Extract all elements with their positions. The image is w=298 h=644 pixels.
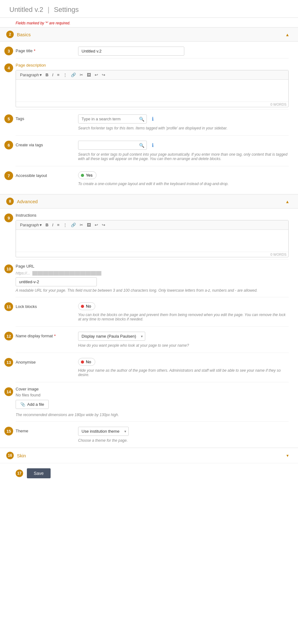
description-editor-body[interactable] bbox=[16, 80, 288, 102]
lock-blocks-dot bbox=[81, 305, 84, 308]
tags-field-content: 🔍 ℹ Search for/enter tags for this item.… bbox=[78, 114, 289, 133]
lock-blocks-toggle-label: No bbox=[86, 304, 91, 309]
cover-image-help: The recommended dimensions are 180px wid… bbox=[16, 411, 289, 420]
section-basics-header[interactable]: 2 Basics ▴ bbox=[0, 27, 298, 42]
toolbar-code-btn[interactable]: ✂ bbox=[78, 72, 85, 78]
page-url-label: Page URL bbox=[16, 264, 289, 269]
page-title-field-content bbox=[78, 47, 289, 56]
tags-search-input[interactable] bbox=[78, 114, 147, 123]
instructions-toolbar-select-chevron: ▾ bbox=[40, 223, 42, 227]
toolbar-bold-btn[interactable]: B bbox=[44, 72, 50, 78]
instructions-toolbar-ol[interactable]: ⋮ bbox=[62, 222, 69, 228]
title-separator: | bbox=[48, 6, 50, 13]
section-advanced-header[interactable]: 8 Advanced ▴ bbox=[0, 194, 298, 209]
step-badge-14: 14 bbox=[4, 387, 13, 396]
instructions-toolbar-bold[interactable]: B bbox=[44, 222, 50, 228]
instructions-toolbar-link[interactable]: 🔗 bbox=[69, 222, 77, 228]
cover-image-no-files: No files found bbox=[16, 393, 289, 397]
anonymise-help: Hide your name as the author of the page… bbox=[78, 367, 289, 380]
save-button[interactable]: Save bbox=[27, 468, 51, 478]
step-badge-9: 9 bbox=[4, 214, 13, 222]
instructions-toolbar-style-select[interactable]: Paragraph ▾ bbox=[18, 222, 43, 228]
toolbar-style-select[interactable]: Paragraph ▾ bbox=[18, 72, 43, 78]
description-toolbar: Paragraph ▾ B I ≡ ⋮ 🔗 ✂ 🖼 ↩ ↪ bbox=[16, 70, 288, 80]
instructions-toolbar-image[interactable]: 🖼 bbox=[85, 222, 92, 228]
field-block-cover-image: 14 Cover image No files found 📎 Add a fi… bbox=[16, 382, 289, 422]
tags-info-icon[interactable]: ℹ bbox=[152, 116, 154, 122]
toolbar-italic-btn[interactable]: I bbox=[51, 72, 55, 78]
page-description-label: Page description bbox=[16, 63, 289, 68]
instructions-toolbar-redo[interactable]: ↪ bbox=[100, 222, 107, 228]
field-row-name-display: 12 Name display format * Display name (P… bbox=[16, 327, 289, 353]
theme-label: Theme bbox=[16, 427, 78, 433]
toolbar-link-btn[interactable]: 🔗 bbox=[69, 72, 77, 78]
create-via-tags-label: Create via tags bbox=[16, 141, 78, 147]
tags-search-icon: 🔍 bbox=[139, 117, 144, 122]
tags-label: Tags bbox=[16, 114, 78, 121]
lock-blocks-toggle[interactable]: No bbox=[78, 302, 95, 310]
field-row-tags: 5 Tags 🔍 ℹ Search for/enter tags for thi… bbox=[16, 109, 289, 136]
page-url-help: A readable URL for your page. This field… bbox=[16, 287, 289, 295]
create-via-tags-search-wrap: 🔍 bbox=[78, 141, 147, 150]
toolbar-undo-btn[interactable]: ↩ bbox=[93, 72, 100, 78]
accessible-layout-toggle[interactable]: Yes bbox=[78, 171, 97, 179]
accessible-layout-help: To create a one-column page layout and e… bbox=[78, 180, 289, 189]
field-row-create-via-tags: 6 Create via tags 🔍 ℹ Search for or ente… bbox=[16, 136, 289, 166]
skin-header[interactable]: 16 Skin ▾ bbox=[0, 448, 298, 463]
page-title-text: Untitled v.2 bbox=[9, 6, 43, 13]
instructions-toolbar-paragraph-label: Paragraph bbox=[20, 223, 39, 227]
page-title-input[interactable] bbox=[78, 47, 184, 56]
page-header: Untitled v.2 | Settings bbox=[0, 0, 298, 18]
section-basics-left: 2 Basics bbox=[6, 31, 31, 38]
toolbar-ol-btn[interactable]: ⋮ bbox=[62, 72, 69, 78]
theme-content: Use institution theme Default Dark ▾ Cho… bbox=[78, 427, 289, 445]
add-file-label: Add a file bbox=[27, 402, 44, 407]
field-row-theme: 15 Theme Use institution theme Default D… bbox=[16, 422, 289, 448]
toolbar-ul-btn[interactable]: ≡ bbox=[56, 72, 61, 78]
theme-select-wrap: Use institution theme Default Dark ▾ bbox=[78, 427, 129, 436]
step-badge-8: 8 bbox=[6, 198, 14, 205]
instructions-editor-body[interactable] bbox=[16, 230, 288, 252]
page-url-prefix-display: https://... ██████████████████████████ bbox=[16, 271, 289, 275]
create-via-tags-content: 🔍 ℹ Search for or enter tags to pull con… bbox=[78, 141, 289, 164]
name-display-select[interactable]: Display name (Paula Paulsen) First name … bbox=[78, 332, 145, 341]
step-badge-3: 3 bbox=[4, 47, 13, 55]
step-badge-5: 5 bbox=[4, 114, 13, 123]
step-badge-6: 6 bbox=[4, 141, 13, 149]
create-via-tags-input[interactable] bbox=[78, 141, 147, 150]
anonymise-content: No Hide your name as the author of the p… bbox=[78, 358, 289, 380]
field-block-instructions: 9 Instructions Paragraph ▾ B I ≡ ⋮ 🔗 ✂ 🖼 bbox=[16, 209, 289, 259]
instructions-label: Instructions bbox=[16, 213, 289, 218]
section-basics-title: Basics bbox=[17, 32, 31, 37]
instructions-editor: Paragraph ▾ B I ≡ ⋮ 🔗 ✂ 🖼 ↩ ↪ 0 WORDS bbox=[16, 220, 289, 257]
instructions-toolbar-ul[interactable]: ≡ bbox=[56, 222, 61, 228]
skin-header-left: 16 Skin bbox=[6, 452, 26, 459]
theme-select[interactable]: Use institution theme Default Dark bbox=[78, 427, 129, 436]
lock-blocks-content: No You can lock the blocks on the page a… bbox=[78, 302, 289, 324]
accessible-layout-toggle-label: Yes bbox=[86, 173, 92, 178]
name-display-select-wrap: Display name (Paula Paulsen) First name … bbox=[78, 332, 145, 341]
add-file-button[interactable]: 📎 Add a file bbox=[16, 400, 49, 409]
field-block-page-url: 10 Page URL https://... ████████████████… bbox=[16, 259, 289, 297]
name-display-required: * bbox=[54, 334, 56, 338]
page-url-input[interactable] bbox=[16, 277, 97, 286]
save-section: 17 Save bbox=[0, 463, 298, 485]
advanced-chevron-icon: ▴ bbox=[286, 199, 289, 204]
toolbar-redo-btn[interactable]: ↪ bbox=[100, 72, 107, 78]
toolbar-image-btn[interactable]: 🖼 bbox=[85, 72, 92, 78]
step-badge-16: 16 bbox=[6, 452, 14, 459]
accessible-layout-content: Yes To create a one-column page layout a… bbox=[78, 171, 289, 189]
section-advanced: 8 Advanced ▴ 9 Instructions Paragraph ▾ … bbox=[0, 194, 298, 448]
instructions-toolbar-code[interactable]: ✂ bbox=[78, 222, 85, 228]
field-row-accessible-layout: 7 Accessible layout Yes To create a one-… bbox=[16, 166, 289, 191]
section-basics: 2 Basics ▴ 3 Page title * 4 Page descrip… bbox=[0, 27, 298, 191]
paperclip-icon: 📎 bbox=[20, 402, 25, 407]
create-via-tags-info-icon[interactable]: ℹ bbox=[152, 142, 154, 148]
instructions-toolbar-undo[interactable]: ↩ bbox=[93, 222, 100, 228]
field-row-anonymise: 13 Anonymise No Hide your name as the au… bbox=[16, 353, 289, 382]
instructions-toolbar-italic[interactable]: I bbox=[51, 222, 55, 228]
anonymise-toggle[interactable]: No bbox=[78, 358, 95, 366]
section-basics-body: 3 Page title * 4 Page description Paragr… bbox=[0, 42, 298, 191]
required-note: Fields marked by '*' are required. bbox=[0, 18, 298, 27]
section-advanced-left: 8 Advanced bbox=[6, 198, 38, 205]
